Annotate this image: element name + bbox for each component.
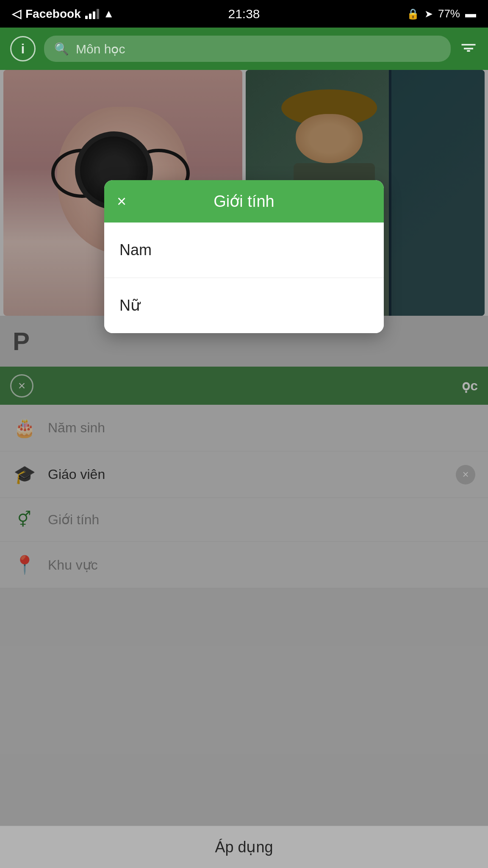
main-content: P × ọc 🎂 Năm sinh 🎓 Giáo viên × bbox=[0, 70, 488, 868]
location-icon: ➤ bbox=[424, 8, 433, 20]
modal-overlay: × Giới tính Nam Nữ bbox=[0, 70, 488, 868]
signal-bars-icon bbox=[85, 9, 99, 19]
wifi-icon: ▲ bbox=[103, 7, 114, 20]
top-bar: i 🔍 Môn học bbox=[0, 28, 488, 70]
battery-percent: 77% bbox=[438, 7, 460, 20]
lock-icon: 🔒 bbox=[407, 8, 419, 20]
gender-modal: × Giới tính Nam Nữ bbox=[104, 180, 384, 333]
search-icon: 🔍 bbox=[54, 42, 69, 56]
back-arrow-icon[interactable]: ◁ bbox=[12, 7, 21, 21]
status-right: 🔒 ➤ 77% ▬ bbox=[407, 7, 476, 20]
status-time: 21:38 bbox=[228, 7, 260, 21]
status-bar: ◁ Facebook ▲ 21:38 🔒 ➤ 77% ▬ bbox=[0, 0, 488, 28]
modal-header: × Giới tính bbox=[104, 180, 384, 223]
modal-title: Giới tính bbox=[214, 192, 274, 211]
info-button[interactable]: i bbox=[10, 36, 36, 61]
gender-option-nam[interactable]: Nam bbox=[104, 223, 384, 278]
app-name: Facebook bbox=[25, 7, 81, 21]
search-placeholder: Môn học bbox=[76, 42, 125, 56]
modal-close-button[interactable]: × bbox=[117, 192, 126, 211]
search-bar[interactable]: 🔍 Môn học bbox=[44, 36, 451, 62]
status-left: ◁ Facebook ▲ bbox=[12, 7, 114, 21]
battery-icon: ▬ bbox=[465, 7, 476, 20]
filter-icon[interactable] bbox=[459, 38, 478, 60]
gender-option-nu[interactable]: Nữ bbox=[104, 278, 384, 333]
modal-body: Nam Nữ bbox=[104, 223, 384, 333]
